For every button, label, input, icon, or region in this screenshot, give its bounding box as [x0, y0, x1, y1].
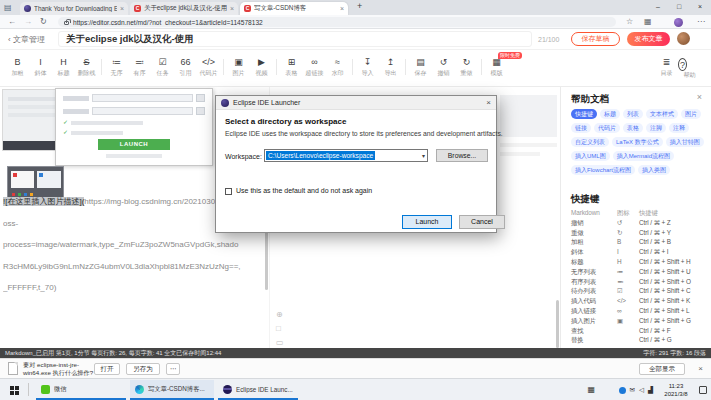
- new-tab-button[interactable]: +: [357, 1, 362, 11]
- action-center-icon[interactable]: [699, 386, 707, 394]
- help-tag[interactable]: 插入Mermaid流程图: [613, 151, 674, 161]
- download-open-button[interactable]: 打开: [94, 363, 120, 375]
- preview-tool-icon[interactable]: □: [276, 324, 284, 333]
- toolbar-right-button[interactable]: ? 帮助: [678, 56, 701, 79]
- download-more-button[interactable]: ⋯: [166, 363, 180, 375]
- toolbar-button[interactable]: ▣ 图片: [227, 56, 250, 77]
- toolbar-button[interactable]: ≈ 水印: [326, 56, 349, 77]
- tab-close-icon[interactable]: ×: [340, 5, 344, 12]
- toolbar-button[interactable]: [352, 59, 353, 75]
- toolbar-button[interactable]: ☑ 任务: [151, 56, 174, 77]
- toolbar-button[interactable]: ↧ 导入: [356, 56, 379, 77]
- browser-tab[interactable]: 写文章-CSDN博客 ×: [240, 2, 348, 15]
- help-tag[interactable]: 图片: [681, 109, 701, 119]
- preview-tool-icon[interactable]: ⊕: [276, 310, 284, 319]
- preview-scrollbar[interactable]: [556, 300, 559, 348]
- show-all-downloads-button[interactable]: 全部显示: [639, 363, 685, 375]
- help-tag[interactable]: LaTeX 数学公式: [612, 137, 663, 147]
- workspace-combobox[interactable]: C:\Users\Lenovo\eclipse-workspace ▾: [264, 149, 428, 162]
- toolbar-button[interactable]: I 斜体: [29, 56, 52, 77]
- toolbar-button[interactable]: H 标题: [52, 56, 75, 77]
- download-bar-close-icon[interactable]: ×: [698, 364, 703, 373]
- help-tag[interactable]: 标题: [600, 109, 620, 119]
- favorites-icon[interactable]: ☆: [626, 17, 633, 27]
- help-tag[interactable]: 快捷键: [571, 109, 597, 119]
- help-tag[interactable]: 插入类图: [638, 165, 670, 175]
- help-tag[interactable]: 列表: [623, 109, 643, 119]
- help-tag[interactable]: 注释: [669, 123, 689, 133]
- tray-icon[interactable]: ◁: [639, 386, 644, 394]
- toolbar-button[interactable]: ▦ 模版 限时免费: [485, 56, 508, 77]
- forward-icon[interactable]: →: [24, 15, 32, 28]
- help-close-icon[interactable]: ×: [697, 92, 702, 102]
- toolbar-button[interactable]: ▶ 视频: [250, 56, 273, 77]
- download-saveas-button[interactable]: 另存为: [126, 363, 160, 375]
- toolbar-button[interactable]: [405, 59, 406, 75]
- toolbar-button[interactable]: ≔ 无序: [105, 56, 128, 77]
- cancel-button[interactable]: Cancel: [459, 215, 505, 229]
- toolbar-right-button[interactable]: ≣ 目录: [655, 56, 678, 79]
- toolbar-button[interactable]: ↻ 重做: [455, 56, 478, 77]
- save-draft-button[interactable]: 保存草稿: [571, 32, 620, 46]
- help-tag[interactable]: 自定义列表: [571, 137, 609, 147]
- source-scrollbar[interactable]: [265, 230, 268, 290]
- toolbar-button[interactable]: </> 代码片: [197, 56, 220, 77]
- help-tag[interactable]: 插入甘特图: [666, 137, 704, 147]
- launch-button[interactable]: Launch: [402, 215, 452, 229]
- window-minimize-button[interactable]: –: [649, 0, 667, 15]
- browser-menu-icon[interactable]: ⋯: [697, 17, 704, 27]
- tray-icon[interactable]: ✉: [630, 386, 635, 394]
- refresh-icon[interactable]: ↻: [40, 15, 47, 28]
- toolbar-button[interactable]: [223, 59, 224, 75]
- help-tag[interactable]: 表格: [623, 123, 643, 133]
- window-maximize-button[interactable]: □: [670, 0, 688, 15]
- chevron-down-icon[interactable]: ▾: [422, 152, 425, 159]
- toolbar-button[interactable]: [101, 59, 102, 75]
- publish-button[interactable]: 发布文章: [627, 32, 670, 46]
- toolbar-button[interactable]: ⊞ 表格: [280, 56, 303, 77]
- tray-icon[interactable]: ▟: [648, 386, 653, 394]
- toolbar-button[interactable]: 66 引用: [174, 56, 197, 77]
- back-icon[interactable]: ←: [8, 15, 16, 28]
- touch-keyboard-icon[interactable]: ▦: [587, 385, 595, 395]
- browser-tab[interactable]: Thank You for Downloading Ecli ×: [20, 2, 128, 15]
- tab-actions-menu-icon[interactable]: ▤: [4, 3, 12, 12]
- toolbar-button[interactable]: B 加粗: [6, 56, 29, 77]
- toolbar-button[interactable]: ∞ 超链接: [303, 56, 326, 77]
- preview-tool-icon[interactable]: ▭: [276, 338, 284, 347]
- help-tag[interactable]: 文本样式: [646, 109, 678, 119]
- tray-app-icon[interactable]: [619, 387, 626, 394]
- tab-close-icon[interactable]: ×: [230, 5, 234, 12]
- dialog-close-icon[interactable]: ×: [486, 98, 491, 107]
- browse-button[interactable]: Browse...: [436, 149, 488, 162]
- user-avatar[interactable]: [677, 32, 690, 45]
- browser-tab[interactable]: 关于eclipse jdk以及汉化-使用-CSDN ×: [130, 2, 238, 15]
- taskbar-item[interactable]: Eclipse IDE Launc...: [218, 380, 298, 400]
- taskbar-clock[interactable]: 11:23 2021/3/8: [657, 382, 695, 398]
- article-title-input[interactable]: 关于eclipse jdk以及汉化-使用: [58, 31, 532, 47]
- toolbar-button[interactable]: ↺ 撤销: [432, 56, 455, 77]
- help-tag[interactable]: 链接: [571, 123, 591, 133]
- help-tag[interactable]: 代码片: [594, 123, 620, 133]
- start-button-icon[interactable]: [10, 386, 14, 390]
- url-field[interactable]: https://editor.csdn.net/md/?not_checkout…: [58, 17, 616, 27]
- browser-profile-avatar[interactable]: [674, 18, 683, 27]
- help-tag[interactable]: 插入Flowchart流程图: [571, 165, 635, 175]
- taskbar-item[interactable]: 微信: [36, 380, 126, 400]
- help-tag[interactable]: 插入UML图: [571, 151, 610, 161]
- toolbar-button[interactable]: ▤ 保存: [409, 56, 432, 77]
- toolbar-button[interactable]: ↥ 导出: [379, 56, 402, 77]
- collections-icon[interactable]: ▦: [644, 17, 652, 27]
- help-tag[interactable]: 注脚: [646, 123, 666, 133]
- toolbar-button[interactable]: [276, 59, 277, 75]
- tab-close-icon[interactable]: ×: [120, 5, 124, 12]
- toolbar-button[interactable]: ≕ 有序: [128, 56, 151, 77]
- article-manage-link[interactable]: ‹ 文章管理: [8, 34, 45, 45]
- toolbar-button[interactable]: [481, 59, 482, 75]
- taskbar-item[interactable]: 写文章-CSDN博客...: [130, 380, 214, 400]
- taskbar-item-label: 写文章-CSDN博客...: [148, 385, 205, 394]
- toolbar-button[interactable]: S 删除线: [75, 56, 98, 77]
- dialog-title-bar[interactable]: Eclipse IDE Launcher ×: [216, 96, 496, 110]
- window-close-button[interactable]: ×: [691, 0, 709, 15]
- default-workspace-checkbox[interactable]: [225, 188, 232, 195]
